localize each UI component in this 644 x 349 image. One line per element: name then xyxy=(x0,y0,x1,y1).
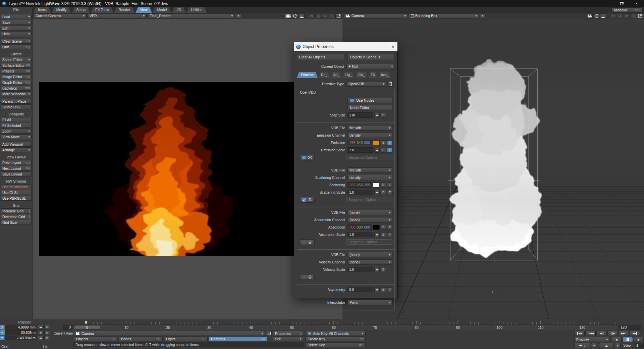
modeler-button[interactable]: Modeler F12 xyxy=(612,7,643,12)
sidebar-item-view-mode[interactable]: View Mode▾ xyxy=(1,134,32,139)
node-editor-button[interactable]: Node Editor xyxy=(347,105,392,110)
texture-button[interactable]: T xyxy=(387,140,392,145)
envelope-button[interactable]: E xyxy=(381,140,386,145)
sidebar-item-clear-scene[interactable]: Clear Scene+N xyxy=(1,39,32,44)
next-frame-button[interactable]: ▶ xyxy=(607,331,618,336)
emission-color-swatch[interactable] xyxy=(373,140,380,145)
envelope-button[interactable]: E xyxy=(44,325,50,330)
tab-io[interactable]: I/O xyxy=(172,7,185,13)
dope-track-button[interactable] xyxy=(266,331,272,336)
envelope-button[interactable]: E xyxy=(381,225,386,230)
viewport-camera-view-button[interactable] xyxy=(587,13,593,18)
velocity-vdb-file-select[interactable]: (none)▾ xyxy=(347,252,392,257)
tab-utilities[interactable]: Utilities xyxy=(186,7,207,13)
scattering-color-swatch[interactable] xyxy=(373,183,380,188)
checkbox-checked-icon[interactable]: ✓ xyxy=(350,98,354,103)
close-icon[interactable]: × xyxy=(391,44,394,49)
emission-vdb-file-select[interactable]: fire.vdb▾ xyxy=(347,125,392,131)
viewport-settings-button[interactable] xyxy=(593,13,599,18)
snap-options-select[interactable]: ▾ xyxy=(591,343,597,348)
sidebar-item-use-multitexture[interactable]: Use Multitexture xyxy=(1,184,32,189)
mini-slider-button[interactable]: ◂▸ xyxy=(38,330,44,335)
mini-slider-button[interactable]: ◂▸ xyxy=(38,325,44,330)
texture-button[interactable]: T xyxy=(387,183,392,188)
velocity-scale-input[interactable]: 1.0 xyxy=(347,267,373,272)
eye-icon[interactable] xyxy=(308,241,312,244)
timeline-track[interactable]: 0 10 20 30 40 50 60 70 80 90 100 110 120 xyxy=(73,325,617,330)
timeline-ruler[interactable]: 0 10 20 30 40 50 60 70 80 90 100 110 120 xyxy=(73,321,617,330)
previous-frame-button[interactable]: ◀ xyxy=(596,331,607,336)
step-size-input[interactable]: 1 m xyxy=(347,112,373,118)
restore-button[interactable] xyxy=(614,0,629,7)
viewport-options-select[interactable]: ▾ xyxy=(480,13,485,18)
viewport-save-button[interactable]: ↓ xyxy=(299,13,305,18)
tab-render[interactable]: Render xyxy=(114,7,135,13)
viewport-render-mode-select[interactable]: VPR▾ xyxy=(88,13,147,18)
snap-axis-button[interactable]: Z xyxy=(574,343,590,348)
play-forward-button[interactable]: ▶ xyxy=(634,337,644,342)
frame-slider-handle[interactable]: 0 xyxy=(74,325,100,330)
go-to-start-button[interactable]: ◀◀ xyxy=(574,331,585,336)
sidebar-item-studio-live[interactable]: Studio LIVE xyxy=(1,104,32,109)
x-axis-button[interactable]: X xyxy=(0,325,4,330)
mini-slider-button[interactable]: ◂▸ xyxy=(374,113,380,118)
tab-fx-tools[interactable]: FX Tools xyxy=(91,7,113,13)
scattering-vdb-file-select[interactable]: fire.vdb▾ xyxy=(347,167,392,173)
sidebar-item-arrange[interactable]: Arrange▾ xyxy=(1,147,32,152)
scattering-enable-checkbox[interactable]: ✓ xyxy=(302,198,306,202)
step-input[interactable]: 1 xyxy=(635,343,644,348)
primitive-type-select[interactable]: OpenVDB ▾ xyxy=(346,81,386,87)
play-reverse-button[interactable]: ◀ xyxy=(611,337,622,342)
emission-enable-checkbox[interactable]: ✓ xyxy=(302,155,306,160)
y-axis-button[interactable]: Y xyxy=(0,330,4,335)
previous-key-button[interactable]: ◀◀ xyxy=(585,331,596,336)
tab-modify[interactable]: Modify xyxy=(52,7,71,13)
sidebar-item-image-editor[interactable]: Image EditorF6 xyxy=(1,74,32,79)
viewport-settings-button[interactable] xyxy=(292,13,298,18)
current-object-select[interactable]: + Null ▾ xyxy=(346,64,395,69)
sidebar-item-zoom[interactable]: Zoom▾ xyxy=(1,129,32,134)
tab-global[interactable]: Glo_ xyxy=(355,72,367,78)
viewport-maximize-button[interactable] xyxy=(637,13,643,18)
auto-key-checkbox[interactable]: ✓ xyxy=(308,332,311,335)
current-item-select[interactable]: Camera ▾ xyxy=(74,331,265,336)
delete-key-button[interactable]: Delete Keydel xyxy=(305,342,366,347)
x-position-value[interactable]: 4.9999 mm xyxy=(5,325,37,330)
scattering-color-values[interactable]: 255 255 255 xyxy=(347,182,372,188)
texture-button[interactable]: T xyxy=(387,190,392,195)
absorption-vdb-file-select[interactable]: (none)▾ xyxy=(347,210,392,215)
tab-appearance[interactable]: Ap_ xyxy=(331,72,342,78)
y-position-value[interactable]: 30.605 m xyxy=(5,330,37,335)
sidebar-item-use-glsl[interactable]: Use GLSL xyxy=(1,190,32,195)
render-preset-select[interactable]: Final_Render▾ xyxy=(148,13,235,18)
create-key-button[interactable]: Create Keyret xyxy=(305,336,366,341)
z-axis-button[interactable]: Z xyxy=(0,336,4,340)
emission-channel-select[interactable]: density▾ xyxy=(347,133,392,138)
envelope-button[interactable]: E xyxy=(381,190,386,195)
sidebar-item-scene-editor[interactable]: Scene Editor▾ xyxy=(1,57,32,62)
pause-button[interactable] xyxy=(623,337,633,342)
viewport-options-select[interactable]: ▾ xyxy=(236,13,241,18)
sidebar-item-add-viewport[interactable]: Add Viewport xyxy=(1,142,32,147)
current-frame-input[interactable]: 0 xyxy=(63,325,72,330)
item-type-cameras-button[interactable]: Cameras+C xyxy=(209,336,267,341)
auto-key-toggle[interactable]: ✓ Auto Key: All Channels ▾ xyxy=(305,331,366,336)
mini-slider-button[interactable]: ◂▸ xyxy=(374,232,380,237)
sidebar-item-backdrop[interactable]: Backdrop^F5 xyxy=(1,86,32,91)
absorption-channel-select[interactable]: (none)▾ xyxy=(347,217,392,222)
sidebar-item-use-pbrglsl[interactable]: Use PBRGLSL xyxy=(1,196,32,201)
sidebar-item-save[interactable]: Save▾ xyxy=(1,20,32,25)
tab-primitive[interactable]: Primitive xyxy=(297,72,318,78)
close-button[interactable]: × xyxy=(629,0,644,7)
mini-slider-button[interactable]: ◂▸ xyxy=(374,190,380,195)
tab-render[interactable]: Re_ xyxy=(318,72,330,78)
tab-view[interactable]: View xyxy=(136,7,152,13)
envelope-button[interactable]: E xyxy=(381,183,386,188)
tab-fx[interactable]: FX xyxy=(368,72,378,78)
sidebar-item-grid-size[interactable]: Grid Size xyxy=(1,220,32,225)
mini-slider-button[interactable]: ◂▸ xyxy=(374,287,380,292)
texture-button[interactable]: T xyxy=(387,225,392,230)
asymmetry-input[interactable]: 0.0 xyxy=(347,287,373,292)
absorption-enable-checkbox[interactable] xyxy=(302,240,306,244)
absorption-color-values[interactable]: 000 000 000 xyxy=(347,225,372,230)
